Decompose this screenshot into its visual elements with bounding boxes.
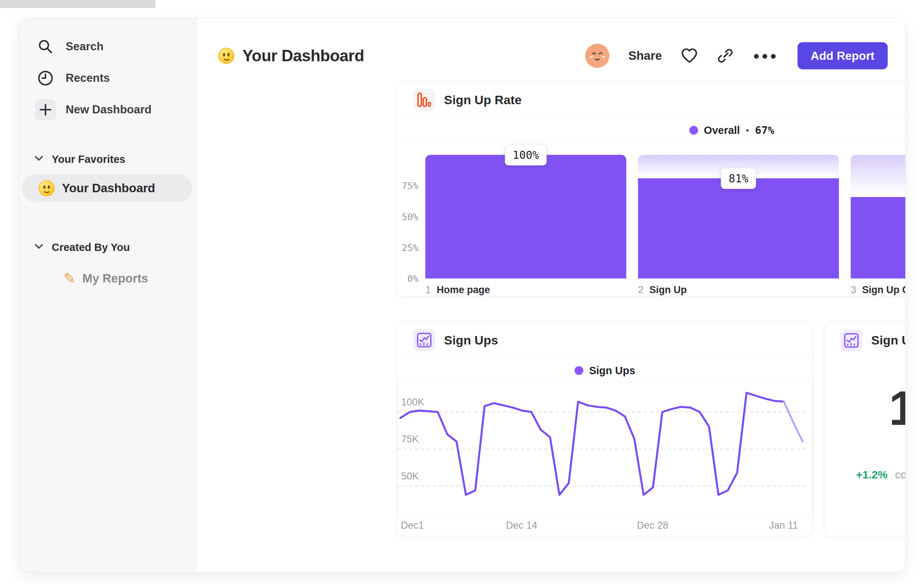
section-label: Created By You	[52, 241, 130, 253]
funnel-y-tick: 0%	[397, 273, 418, 284]
funnel-bar-dropoff	[851, 155, 906, 197]
sidebar: Search Recents New Dashboard Your Fa	[19, 18, 196, 572]
sidebar-item-label: New Dashboard	[66, 103, 152, 116]
smiley-emoji	[38, 180, 54, 196]
big-number-value: 100K	[824, 380, 906, 436]
line-chart-icon	[840, 329, 862, 351]
funnel-value-label: 81%	[721, 168, 756, 189]
funnel-step-label: 2Sign Up	[638, 284, 687, 296]
app-window: Search Recents New Dashboard Your Fa	[18, 18, 906, 572]
funnel-y-tick: 25%	[397, 242, 418, 253]
recents-clock-icon	[35, 68, 56, 89]
dashboard-header: Your Dashboard Share	[218, 36, 888, 76]
page-title-text: Your Dashboard	[243, 46, 364, 65]
sidebar-item-label: Recents	[66, 71, 110, 85]
step-name: Sign Up Confirmation	[862, 284, 906, 296]
sidebar-item-my-reports[interactable]: ✎ My Reports	[63, 267, 196, 290]
delta-note: compared to previous period	[895, 468, 906, 481]
avatar[interactable]	[585, 44, 609, 68]
card-header: Sign Ups Today	[824, 322, 906, 359]
chevron-down-icon	[35, 156, 43, 162]
line-x-axis: Dec1Dec 14Dec 28Jan 11	[397, 514, 813, 536]
sidebar-item-label: My Reports	[82, 271, 148, 285]
sidebar-item-label: Your Dashboard	[62, 181, 155, 195]
top-strip	[0, 0, 155, 8]
funnel-step-label: 1Home page	[425, 284, 490, 296]
big-number-label: Unique Users	[824, 443, 906, 457]
delta-value: +1.2%	[856, 468, 888, 481]
add-report-button[interactable]: Add Report	[797, 42, 888, 69]
funnel-step-label: 3Sign Up Confirmation	[851, 284, 906, 296]
line-y-tick: 50K	[401, 470, 419, 482]
line-x-tick: Dec 28	[637, 519, 668, 531]
step-number: 2	[638, 284, 644, 296]
card-header: Sign Up Rate	[397, 81, 906, 119]
sign-ups-card: Sign Ups Sign Ups 100K75K50K Dec1Dec 14D…	[397, 321, 813, 536]
funnel-plot: 75%50%25%0%100%1Home page81%2Sign Up82%3…	[397, 142, 906, 296]
line-x-tick: Dec 14	[506, 519, 538, 531]
share-button[interactable]: Share	[629, 49, 662, 63]
sidebar-item-your-dashboard[interactable]: Your Dashboard	[21, 174, 192, 202]
main-area: Your Dashboard Share	[197, 18, 905, 572]
sidebar-item-label: Search	[66, 40, 103, 53]
smiley-emoji	[218, 48, 234, 64]
step-name: Sign Up	[649, 284, 687, 296]
line-x-tick: Jan 11	[769, 519, 798, 531]
sidebar-item-new-dashboard[interactable]: New Dashboard	[35, 98, 196, 121]
line-plot: 100K75K50K	[397, 383, 813, 514]
funnel-chart-icon	[413, 89, 435, 111]
step-name: Home page	[437, 284, 490, 296]
sidebar-section-your-favorites[interactable]: Your Favorites	[35, 149, 196, 169]
line-series	[400, 393, 784, 495]
pencil-emoji: ✎	[63, 270, 76, 287]
funnel-bar-fill	[425, 155, 626, 278]
legend-label: Overall	[704, 124, 740, 136]
sign-up-rate-card: Sign Up Rate Overall • 67% 75%50%25%0%10…	[397, 81, 906, 297]
funnel-y-tick: 75%	[397, 180, 418, 191]
legend-label: Sign Ups	[589, 365, 635, 377]
sidebar-section-created-by-you[interactable]: Created By You	[35, 237, 196, 257]
card-title: Sign Ups Today	[871, 333, 906, 347]
card-header: Sign Ups	[397, 322, 813, 359]
card-title: Sign Ups	[444, 333, 498, 347]
legend-separator: •	[746, 125, 749, 136]
funnel-baseline	[418, 278, 906, 279]
funnel-y-tick: 50%	[397, 211, 418, 222]
legend-dot	[689, 126, 698, 135]
legend-value: 67%	[755, 124, 774, 136]
line-y-tick: 75K	[401, 433, 419, 445]
funnel-value-label: 100%	[505, 145, 547, 165]
sidebar-item-recents[interactable]: Recents	[35, 66, 196, 90]
line-x-tick: Dec1	[401, 519, 424, 531]
sidebar-item-search[interactable]: Search	[35, 35, 196, 58]
line-legend: Sign Ups	[397, 359, 813, 383]
line-chart-icon	[413, 329, 435, 351]
plus-icon	[35, 99, 56, 120]
ellipsis-icon[interactable]: ●●●	[753, 50, 778, 62]
funnel-bar-fill	[638, 178, 839, 278]
chevron-down-icon	[35, 244, 43, 251]
legend-dot	[574, 366, 583, 375]
section-label: Your Favorites	[52, 153, 125, 165]
heart-icon[interactable]	[681, 48, 698, 63]
funnel-legend: Overall • 67%	[397, 119, 906, 142]
line-y-tick: 100K	[401, 397, 424, 408]
line-series-incomplete	[784, 402, 803, 442]
search-icon	[35, 36, 56, 57]
funnel-bar-fill	[851, 197, 906, 278]
step-number: 3	[851, 284, 856, 296]
step-number: 1	[425, 284, 431, 296]
page-title: Your Dashboard	[218, 46, 364, 65]
link-icon[interactable]	[717, 47, 734, 64]
sign-ups-today-card: Sign Ups Today 100K Unique Users +1.2% c…	[824, 321, 906, 536]
delta-row: +1.2% compared to previous period	[824, 468, 906, 481]
card-title: Sign Up Rate	[444, 93, 522, 107]
funnel-bar	[851, 155, 906, 278]
funnel-bar	[425, 155, 626, 278]
